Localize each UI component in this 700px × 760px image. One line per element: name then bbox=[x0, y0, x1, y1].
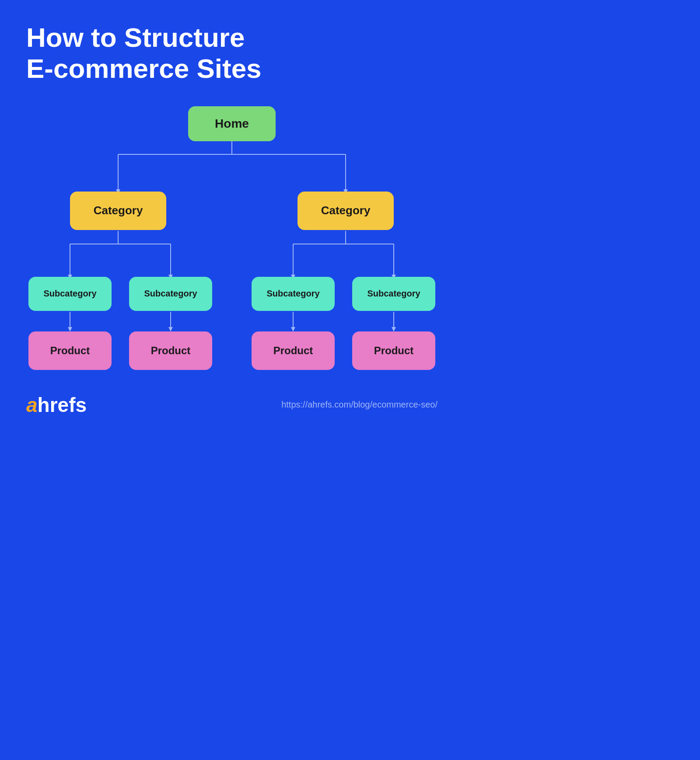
page-title: How to Structure E-commerce Sites bbox=[26, 22, 289, 84]
footer-url: https://ahrefs.com/blog/ecommerce-seo/ bbox=[281, 400, 438, 410]
node-subcategory-rr: Subcategory bbox=[352, 277, 435, 311]
title-line1: How to Structure bbox=[26, 22, 245, 52]
svg-marker-26 bbox=[291, 327, 295, 331]
node-subcategory-rl: Subcategory bbox=[252, 277, 335, 311]
svg-marker-28 bbox=[392, 327, 396, 331]
node-product-lr: Product bbox=[129, 331, 212, 370]
node-subcategory-ll: Subcategory bbox=[28, 277, 112, 311]
title-line2: E-commerce Sites bbox=[26, 53, 262, 84]
node-product-rr: Product bbox=[352, 331, 435, 370]
node-product-rl: Product bbox=[252, 331, 335, 370]
footer: a hrefs https://ahrefs.com/blog/ecommerc… bbox=[26, 395, 438, 415]
svg-marker-22 bbox=[68, 327, 72, 331]
node-subcategory-lr: Subcategory bbox=[129, 277, 212, 311]
page-container: How to Structure E-commerce Sites bbox=[0, 0, 464, 464]
node-category-left: Category bbox=[70, 192, 166, 230]
node-home: Home bbox=[188, 106, 276, 141]
svg-marker-24 bbox=[168, 327, 173, 331]
logo-a: a bbox=[26, 395, 38, 415]
ahrefs-logo: a hrefs bbox=[26, 395, 87, 415]
node-category-right: Category bbox=[298, 192, 394, 230]
tree-diagram: Home Category Category Subcategory Subca… bbox=[26, 106, 438, 377]
node-product-ll: Product bbox=[28, 331, 112, 370]
logo-rest: hrefs bbox=[38, 395, 87, 415]
